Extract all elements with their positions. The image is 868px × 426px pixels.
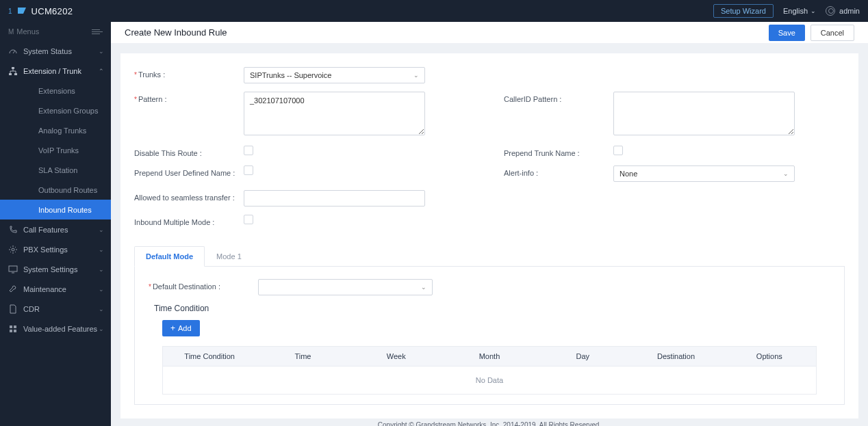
th-options: Options [723, 347, 816, 366]
sidebar-item-system-settings[interactable]: System Settings ⌄ [0, 259, 111, 279]
prepend-user-label: Prepend User Defined Name : [134, 169, 235, 177]
gear-icon [8, 245, 18, 254]
svg-point-4 [12, 248, 14, 251]
callerid-label: CallerID Pattern : [504, 95, 561, 103]
prepend-trunk-checkbox[interactable] [613, 146, 623, 155]
no-data-label: No Data [163, 376, 816, 384]
seamless-label: Allowed to seamless transfer : [134, 194, 235, 202]
sidebar-sub-extensions[interactable]: Extensions [0, 81, 111, 101]
language-switch[interactable]: English ⌄ [783, 7, 816, 15]
seamless-input[interactable] [244, 190, 425, 207]
chevron-down-icon: ⌄ [99, 286, 104, 293]
chevron-down-icon: ⌄ [99, 48, 104, 55]
multiple-mode-checkbox[interactable] [244, 215, 253, 224]
trunks-label: Trunks : [138, 70, 165, 79]
chevron-down-icon: ⌄ [421, 284, 426, 291]
th-month: Month [443, 347, 536, 366]
disable-route-label: Disable This Route : [134, 149, 202, 157]
chevron-down-icon: ⌄ [413, 72, 419, 79]
monitor-icon [8, 265, 18, 274]
default-dest-label: Default Destination : [153, 282, 220, 291]
grid-icon [8, 324, 18, 334]
pattern-label: Pattern : [138, 95, 167, 103]
language-label: English [783, 7, 808, 15]
gauge-icon [8, 46, 18, 56]
th-time: Time [256, 347, 349, 366]
prepend-trunk-label: Prepend Trunk Name : [504, 149, 580, 157]
user-name: admin [839, 7, 860, 15]
sidebar-item-value-added[interactable]: Value-added Features ⌄ [0, 319, 111, 338]
sidebar-sub-outbound-routes[interactable]: Outbound Routes [0, 180, 111, 200]
chevron-down-icon: ⌄ [99, 325, 104, 332]
sidebar-sub-inbound-routes[interactable]: Inbound Routes [0, 200, 111, 219]
alert-info-select[interactable]: None⌄ [613, 165, 795, 182]
sidebar-sub-extension-groups[interactable]: Extension Groups [0, 101, 111, 120]
sidebar-item-maintenance[interactable]: Maintenance ⌄ [0, 279, 111, 299]
sidebar-item-system-status[interactable]: System Status ⌄ [0, 41, 111, 61]
sidebar-item-pbx-settings[interactable]: PBX Settings ⌄ [0, 239, 111, 259]
wrench-icon [8, 284, 18, 294]
network-icon [8, 66, 18, 76]
product-logo: UCM6202 [16, 5, 73, 16]
setup-wizard-button[interactable]: Setup Wizard [713, 4, 774, 18]
tab-mode-1[interactable]: Mode 1 [205, 246, 253, 267]
phone-icon [8, 225, 18, 235]
multiple-mode-label: Inbound Multiple Mode : [134, 218, 214, 226]
sidebar-sub-sla-station[interactable]: SLA Station [0, 160, 111, 180]
chevron-down-icon: ⌄ [99, 306, 104, 312]
cancel-button[interactable]: Cancel [810, 25, 854, 41]
notif-badge: 1 [8, 8, 12, 15]
plus-icon: + [170, 323, 175, 333]
pattern-input[interactable] [244, 92, 425, 135]
disable-route-checkbox[interactable] [244, 146, 253, 155]
svg-rect-3 [14, 73, 17, 75]
alert-info-label: Alert-info : [504, 169, 538, 177]
time-condition-title: Time Condition [154, 304, 837, 313]
svg-rect-2 [9, 73, 12, 75]
th-time-condition: Time Condition [163, 347, 256, 366]
sidebar-sub-analog-trunks[interactable]: Analog Trunks [0, 120, 111, 140]
time-condition-table-head: Time Condition Time Week Month Day Desti… [162, 346, 817, 367]
sidebar-item-cdr[interactable]: CDR ⌄ [0, 299, 111, 319]
footer-copyright: Copyright © Grandstream Networks, Inc. 2… [120, 418, 858, 426]
chevron-down-icon: ⌄ [99, 226, 104, 233]
sidebar-item-extension-trunk[interactable]: Extension / Trunk ⌃ [0, 61, 111, 81]
menus-label: Menus [16, 27, 92, 36]
svg-rect-9 [10, 330, 12, 332]
chevron-down-icon: ⌄ [783, 170, 789, 177]
th-day: Day [536, 347, 629, 366]
user-icon [826, 6, 835, 16]
th-destination: Destination [629, 347, 722, 366]
add-time-condition-button[interactable]: +Add [162, 320, 200, 336]
svg-rect-7 [10, 325, 12, 328]
sidebar-sub-voip-trunks[interactable]: VoIP Trunks [0, 140, 111, 160]
sidebar: M Menus System Status ⌄ Extension / Trun… [0, 22, 111, 426]
chevron-down-icon: ⌄ [99, 266, 104, 273]
file-icon [8, 304, 18, 314]
page-title: Create New Inbound Rule [125, 27, 769, 38]
user-menu[interactable]: admin [826, 6, 860, 16]
chevron-down-icon: ⌄ [99, 246, 104, 253]
chevron-down-icon: ⌄ [810, 8, 816, 14]
tab-default-mode[interactable]: Default Mode [134, 246, 205, 267]
callerid-input[interactable] [613, 92, 795, 135]
svg-rect-5 [9, 266, 17, 271]
prepend-user-checkbox[interactable] [244, 165, 253, 175]
sidebar-item-call-features[interactable]: Call Features ⌄ [0, 219, 111, 239]
trunks-select[interactable]: SIPTrunks -- Supervoice⌄ [244, 67, 425, 83]
menu-prefix: M [8, 28, 14, 36]
svg-rect-10 [14, 330, 16, 332]
chevron-up-icon: ⌃ [99, 68, 104, 75]
save-button[interactable]: Save [769, 25, 805, 41]
svg-rect-8 [14, 325, 16, 328]
th-week: Week [350, 347, 443, 366]
svg-line-0 [13, 51, 15, 53]
svg-rect-1 [12, 67, 14, 69]
default-dest-select[interactable]: ⌄ [258, 279, 433, 295]
collapse-icon[interactable] [92, 29, 103, 34]
product-name: UCM6202 [31, 6, 73, 16]
